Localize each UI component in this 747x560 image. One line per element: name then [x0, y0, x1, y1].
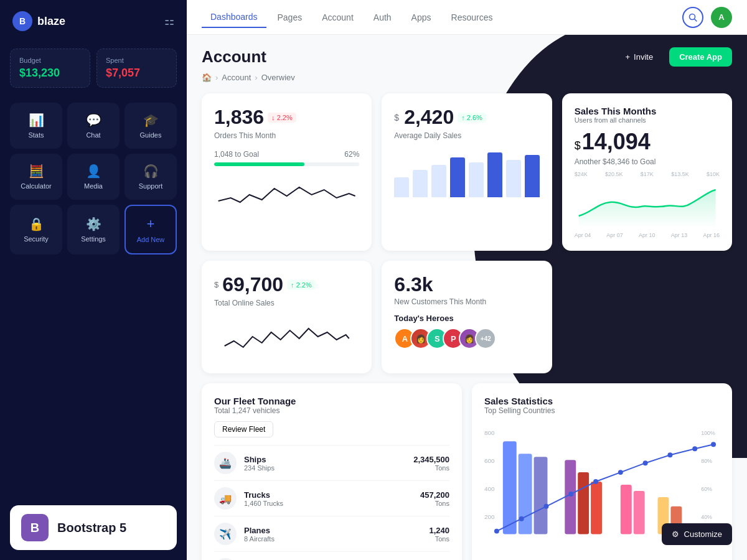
- logo-icon: B: [12, 11, 32, 31]
- svg-text:200: 200: [484, 513, 495, 520]
- search-button[interactable]: [682, 7, 703, 28]
- stats-label: Stats: [28, 131, 44, 139]
- planes-icon: ✈️: [214, 523, 237, 545]
- customize-button[interactable]: ⚙ Customize: [662, 523, 732, 545]
- sales-stats-title: Sales Statistics: [484, 396, 720, 406]
- spent-amount: $7,057: [106, 67, 167, 80]
- sidebar-item-support[interactable]: 🎧 Support: [125, 154, 177, 200]
- svg-point-21: [618, 470, 623, 475]
- create-app-button[interactable]: Create App: [669, 47, 732, 67]
- orders-goal-pct: 62%: [344, 150, 359, 159]
- breadcrumb-sep1: ›: [215, 73, 218, 82]
- sidebar-item-settings[interactable]: ⚙️ Settings: [67, 205, 120, 254]
- bootstrap-icon: B: [21, 514, 49, 541]
- fleet-title: Our Fleet Tonnage: [214, 396, 449, 406]
- ships-unit: Tons: [413, 464, 449, 472]
- topnav: Dashboards Pages Account Auth Apps Resou…: [187, 0, 747, 35]
- orders-change-badge: ↓ 2.2%: [268, 113, 296, 123]
- sales-this-month-card: Sales This Months Users from all channel…: [562, 93, 732, 251]
- svg-rect-13: [634, 491, 645, 534]
- trucks-num: 457,200: [420, 490, 449, 500]
- topnav-link-apps[interactable]: Apps: [403, 7, 440, 27]
- fleet-item-trucks: 🚚 Trucks 1,460 Trucks 457,200 Tons: [214, 480, 449, 516]
- trucks-name: Trucks: [244, 490, 413, 500]
- topnav-right: A: [682, 7, 732, 28]
- ships-icon: 🚢: [214, 452, 237, 474]
- topnav-link-dashboards[interactable]: Dashboards: [202, 7, 266, 28]
- sidebar-item-calculator[interactable]: 🧮 Calculator: [10, 154, 62, 200]
- nav-grid: 📊 Stats 💬 Chat 🎓 Guides 🧮 Calculator 👤 M…: [0, 94, 187, 263]
- svg-point-17: [519, 516, 524, 521]
- topnav-link-account[interactable]: Account: [313, 7, 362, 27]
- trucks-info: Trucks 1,460 Trucks: [244, 490, 413, 507]
- svg-rect-10: [578, 472, 589, 534]
- bar-4: [450, 157, 465, 197]
- menu-toggle-icon[interactable]: ⚏: [164, 14, 174, 28]
- sidebar-item-media[interactable]: 👤 Media: [67, 154, 120, 200]
- ships-num: 2,345,500: [413, 455, 449, 464]
- media-label: Media: [84, 182, 103, 190]
- sidebar-logo: B blaze: [12, 11, 65, 31]
- stats-row2: $ 69,700 ↑ 2.2% Total Online Sales 6.3k …: [202, 261, 732, 373]
- security-label: Security: [24, 235, 49, 243]
- bar-5: [469, 162, 484, 197]
- sidebar-item-security[interactable]: 🔒 Security: [10, 205, 62, 254]
- svg-text:40%: 40%: [701, 514, 712, 520]
- breadcrumb-overview: Overwiev: [261, 73, 295, 82]
- sidebar-item-stats[interactable]: 📊 Stats: [10, 103, 62, 149]
- online-sales-card: $ 69,700 ↑ 2.2% Total Online Sales: [202, 261, 372, 373]
- svg-point-19: [568, 492, 573, 497]
- spent-card: Spent $7,057: [96, 49, 177, 88]
- svg-text:100%: 100%: [701, 430, 715, 436]
- bar-1: [394, 177, 409, 197]
- svg-point-25: [711, 442, 716, 447]
- sales-month-chart: $24K$20.5K$17K$13.5K$10K: [575, 171, 720, 238]
- new-customers-card: 6.3k New Customers This Month Today's He…: [382, 261, 552, 373]
- sales-stats-subtitle: Top Selling Countries: [484, 406, 720, 415]
- daily-sales-change-badge: ↑ 2.6%: [458, 113, 486, 123]
- heroes-section: Today's Heroes A 👩 S P 👩 +42: [394, 314, 539, 349]
- topnav-link-resources[interactable]: Resources: [443, 7, 502, 27]
- heroes-label: Today's Heroes: [394, 314, 539, 323]
- review-fleet-button[interactable]: Review Fleet: [214, 421, 273, 437]
- topnav-links: Dashboards Pages Account Auth Apps Resou…: [202, 7, 501, 28]
- sidebar-item-guides[interactable]: 🎓 Guides: [125, 103, 177, 149]
- breadcrumb-account: Account: [222, 73, 251, 82]
- row2-spacer: [562, 261, 732, 373]
- invite-plus-icon: +: [625, 52, 630, 62]
- online-sales-wave: [214, 315, 359, 361]
- orders-progress: 1,048 to Goal 62%: [214, 150, 359, 166]
- trucks-value: 457,200 Tons: [420, 490, 449, 507]
- svg-rect-12: [621, 485, 632, 534]
- invite-button[interactable]: + Invite: [615, 47, 663, 67]
- media-icon: 👤: [86, 164, 101, 179]
- sidebar-item-add-new[interactable]: + Add New: [125, 205, 177, 254]
- support-label: Support: [139, 182, 163, 190]
- page-actions: + Invite Create App: [615, 47, 732, 67]
- svg-rect-6: [503, 441, 517, 534]
- sales-month-goal: Another $48,346 to Goal: [575, 157, 720, 166]
- user-avatar[interactable]: A: [711, 7, 732, 28]
- budget-amount: $13,230: [19, 67, 81, 80]
- trucks-unit: Tons: [420, 500, 449, 507]
- sales-month-prefix: $: [575, 139, 581, 152]
- daily-sales-prefix: $: [394, 113, 399, 123]
- orders-value: 1,836: [214, 106, 264, 129]
- calculator-label: Calculator: [21, 182, 52, 190]
- topnav-link-pages[interactable]: Pages: [269, 7, 311, 27]
- page-header: Account + Invite Create App: [202, 47, 732, 67]
- support-icon: 🎧: [143, 164, 159, 179]
- main-area: Dashboards Pages Account Auth Apps Resou…: [187, 0, 747, 560]
- sidebar-item-chat[interactable]: 💬 Chat: [67, 103, 120, 149]
- orders-wave-chart: [214, 176, 359, 216]
- online-sales-label: Total Online Sales: [214, 299, 359, 307]
- fleet-item-trains: 🚂 Trains 804,300: [214, 551, 449, 560]
- topnav-link-auth[interactable]: Auth: [365, 7, 400, 27]
- svg-text:60%: 60%: [701, 486, 712, 492]
- budget-card: Budget $13,230: [10, 49, 90, 88]
- progress-bar-bg: [214, 162, 359, 166]
- svg-point-24: [692, 446, 697, 451]
- online-sales-change-badge: ↑ 2.2%: [287, 280, 316, 290]
- logo-text: blaze: [37, 15, 65, 28]
- sales-month-title: Sales This Months: [575, 106, 720, 116]
